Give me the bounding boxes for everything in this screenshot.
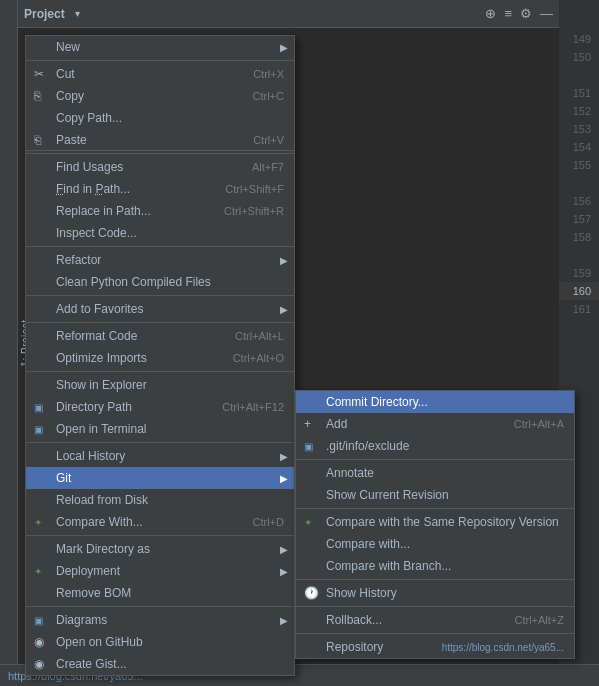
submenu-label-gitinfo: .git/info/exclude — [326, 439, 409, 453]
submenu-item-compare-repo[interactable]: ✦ Compare with the Same Repository Versi… — [296, 511, 574, 533]
submenu-item-show-history[interactable]: 🕐 Show History — [296, 582, 574, 604]
submenu-url-repository: https://blog.csdn.net/ya65... — [422, 642, 564, 653]
menu-label-cut: Cut — [56, 67, 75, 81]
sidebar: 1: Project — [0, 0, 18, 686]
submenu-divider-5 — [296, 633, 574, 634]
menu-item-reload[interactable]: Reload from Disk — [26, 489, 294, 511]
shortcut-compare: Ctrl+D — [233, 516, 284, 528]
context-menu: New ▶ ✂ Cut Ctrl+X ⎘ Copy Ctrl+C Copy Pa… — [25, 35, 295, 676]
menu-item-dir-path[interactable]: ▣ Directory Path Ctrl+Alt+F12 — [26, 396, 294, 418]
menu-item-copy-path[interactable]: Copy Path... — [26, 107, 294, 129]
menu-item-inspect-code[interactable]: Inspect Code... — [26, 222, 294, 244]
menu-label-git: Git — [56, 471, 71, 485]
menu-label-mark-dir: Mark Directory as — [56, 542, 150, 556]
menu-item-local-history[interactable]: Local History ▶ — [26, 445, 294, 467]
menu-label-refactor: Refactor — [56, 253, 101, 267]
submenu-item-add[interactable]: + Add Ctrl+Alt+A — [296, 413, 574, 435]
menu-item-reformat[interactable]: Reformat Code Ctrl+Alt+L — [26, 325, 294, 347]
submenu-item-rollback[interactable]: Rollback... Ctrl+Alt+Z — [296, 609, 574, 631]
settings-icon[interactable]: ⚙ — [520, 6, 532, 21]
arrow-icon-diagrams: ▶ — [280, 615, 288, 626]
toolbar: Project ▾ ⊕ ≡ ⚙ — — [18, 0, 559, 28]
menu-item-github[interactable]: ◉ Open on GitHub — [26, 631, 294, 653]
menu-label-github: Open on GitHub — [56, 635, 143, 649]
divider-2 — [26, 153, 294, 154]
shortcut-find-usages: Alt+F7 — [232, 161, 284, 173]
divider-6 — [26, 371, 294, 372]
menu-item-refactor[interactable]: Refactor ▶ — [26, 249, 294, 271]
submenu-label-commit-dir: Commit Directory... — [326, 395, 428, 409]
menu-item-find-usages[interactable]: Find Usages Alt+F7 — [26, 156, 294, 178]
menu-item-cut[interactable]: ✂ Cut Ctrl+X — [26, 63, 294, 85]
arrow-icon-git: ▶ — [280, 473, 288, 484]
gitinfo-icon: ▣ — [304, 441, 313, 452]
cut-icon: ✂ — [34, 67, 44, 81]
shortcut-add: Ctrl+Alt+A — [494, 418, 564, 430]
submenu-label-repository: Repository — [326, 640, 383, 654]
menu-item-add-favorites[interactable]: Add to Favorites ▶ — [26, 298, 294, 320]
submenu-label-compare-with: Compare with... — [326, 537, 410, 551]
menu-label-diagrams: Diagrams — [56, 613, 107, 627]
submenu-git: Commit Directory... + Add Ctrl+Alt+A ▣ .… — [295, 390, 575, 659]
menu-label-find-path: Find in Path... — [56, 182, 130, 196]
divider-7 — [26, 442, 294, 443]
history-icon: 🕐 — [304, 586, 319, 600]
menu-item-paste[interactable]: ⎗ Paste Ctrl+V — [26, 129, 294, 151]
submenu-divider-1 — [296, 459, 574, 460]
submenu-item-repository[interactable]: Repository https://blog.csdn.net/ya65... — [296, 636, 574, 658]
shortcut-rollback: Ctrl+Alt+Z — [494, 614, 564, 626]
menu-item-clean-python[interactable]: Clean Python Compiled Files — [26, 271, 294, 293]
menu-label-remove-bom: Remove BOM — [56, 586, 131, 600]
menu-item-create-gist[interactable]: ◉ Create Gist... — [26, 653, 294, 675]
menu-label-find-usages: Find Usages — [56, 160, 123, 174]
menu-label-inspect-code: Inspect Code... — [56, 226, 137, 240]
toolbar-title: Project — [24, 7, 65, 21]
menu-item-copy[interactable]: ⎘ Copy Ctrl+C — [26, 85, 294, 107]
menu-item-open-terminal[interactable]: ▣ Open in Terminal — [26, 418, 294, 440]
dir-path-icon: ▣ — [34, 402, 43, 413]
submenu-item-commit-dir[interactable]: Commit Directory... — [296, 391, 574, 413]
menu-item-new[interactable]: New ▶ — [26, 36, 294, 58]
menu-item-replace-path[interactable]: Replace in Path... Ctrl+Shift+R — [26, 200, 294, 222]
shortcut-paste: Ctrl+V — [233, 134, 284, 146]
menu-label-reformat: Reformat Code — [56, 329, 137, 343]
menu-item-optimize-imports[interactable]: Optimize Imports Ctrl+Alt+O — [26, 347, 294, 369]
diagrams-icon: ▣ — [34, 615, 43, 626]
menu-label-new: New — [56, 40, 80, 54]
menu-item-mark-dir[interactable]: Mark Directory as ▶ — [26, 538, 294, 560]
add-icon: + — [304, 417, 311, 431]
menu-label-local-history: Local History — [56, 449, 125, 463]
menu-item-show-explorer[interactable]: Show in Explorer — [26, 374, 294, 396]
menu-label-reload: Reload from Disk — [56, 493, 148, 507]
submenu-label-rollback: Rollback... — [326, 613, 382, 627]
submenu-item-show-revision[interactable]: Show Current Revision — [296, 484, 574, 506]
toolbar-dropdown-arrow[interactable]: ▾ — [75, 8, 80, 19]
submenu-item-gitinfo[interactable]: ▣ .git/info/exclude — [296, 435, 574, 457]
submenu-item-compare-branch[interactable]: Compare with Branch... — [296, 555, 574, 577]
shortcut-copy: Ctrl+C — [233, 90, 284, 102]
shortcut-dir-path: Ctrl+Alt+F12 — [202, 401, 284, 413]
submenu-item-annotate[interactable]: Annotate — [296, 462, 574, 484]
minimize-icon[interactable]: — — [540, 6, 553, 21]
globe-icon[interactable]: ⊕ — [485, 6, 496, 21]
submenu-divider-2 — [296, 508, 574, 509]
shortcut-optimize: Ctrl+Alt+O — [213, 352, 284, 364]
submenu-item-compare-with[interactable]: Compare with... — [296, 533, 574, 555]
submenu-label-show-revision: Show Current Revision — [326, 488, 449, 502]
arrow-icon-local-history: ▶ — [280, 451, 288, 462]
menu-item-compare-with[interactable]: ✦ Compare With... Ctrl+D — [26, 511, 294, 533]
submenu-label-compare-branch: Compare with Branch... — [326, 559, 451, 573]
submenu-label-compare-repo: Compare with the Same Repository Version — [326, 515, 559, 529]
copy-icon: ⎘ — [34, 89, 41, 103]
menu-item-deployment[interactable]: ✦ Deployment ▶ — [26, 560, 294, 582]
list-icon[interactable]: ≡ — [504, 6, 512, 21]
menu-item-git[interactable]: Git ▶ — [26, 467, 294, 489]
paste-icon: ⎗ — [34, 133, 41, 147]
menu-label-show-explorer: Show in Explorer — [56, 378, 147, 392]
divider-3 — [26, 246, 294, 247]
submenu-label-add: Add — [326, 417, 347, 431]
menu-item-find-path[interactable]: Find in Path... Ctrl+Shift+F — [26, 178, 294, 200]
shortcut-reformat: Ctrl+Alt+L — [215, 330, 284, 342]
menu-item-diagrams[interactable]: ▣ Diagrams ▶ — [26, 609, 294, 631]
menu-item-remove-bom[interactable]: Remove BOM — [26, 582, 294, 604]
